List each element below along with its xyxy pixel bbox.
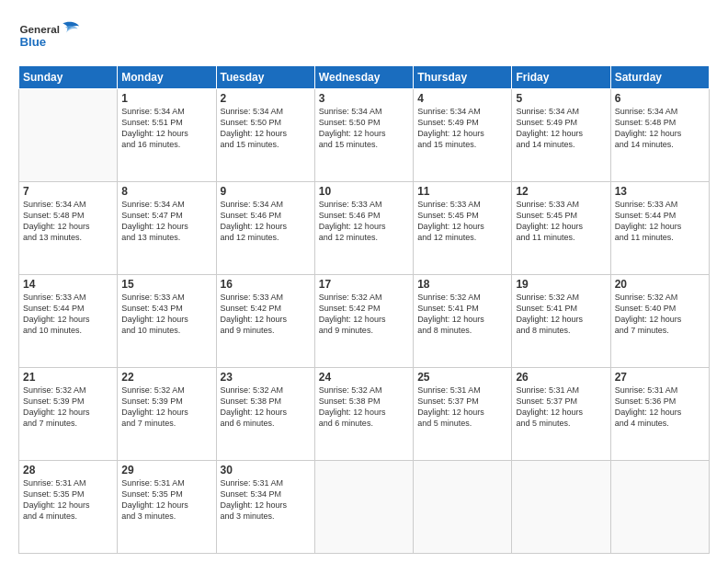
day-number: 16 bbox=[221, 278, 311, 291]
weekday-header-sunday: Sunday bbox=[19, 66, 118, 89]
day-info: Sunrise: 5:33 AM Sunset: 5:42 PM Dayligh… bbox=[221, 292, 311, 337]
calendar-cell: 17Sunrise: 5:32 AM Sunset: 5:42 PM Dayli… bbox=[314, 275, 413, 368]
day-number: 7 bbox=[23, 185, 113, 198]
day-info: Sunrise: 5:32 AM Sunset: 5:41 PM Dayligh… bbox=[417, 292, 507, 337]
day-number: 30 bbox=[221, 464, 311, 477]
calendar-cell: 18Sunrise: 5:32 AM Sunset: 5:41 PM Dayli… bbox=[414, 275, 512, 368]
day-number: 19 bbox=[516, 278, 606, 291]
page: General Blue SundayMondayTuesdayWednesda… bbox=[0, 0, 728, 563]
weekday-header-row: SundayMondayTuesdayWednesdayThursdayFrid… bbox=[19, 66, 710, 89]
calendar-cell bbox=[512, 461, 610, 554]
calendar-week-2: 7Sunrise: 5:34 AM Sunset: 5:48 PM Daylig… bbox=[19, 182, 710, 275]
day-number: 22 bbox=[121, 371, 211, 384]
calendar-cell: 22Sunrise: 5:32 AM Sunset: 5:39 PM Dayli… bbox=[118, 368, 216, 461]
calendar-cell: 14Sunrise: 5:33 AM Sunset: 5:44 PM Dayli… bbox=[19, 275, 118, 368]
day-info: Sunrise: 5:34 AM Sunset: 5:48 PM Dayligh… bbox=[23, 199, 113, 244]
calendar-cell bbox=[19, 89, 118, 182]
calendar-cell: 16Sunrise: 5:33 AM Sunset: 5:42 PM Dayli… bbox=[216, 275, 314, 368]
day-info: Sunrise: 5:33 AM Sunset: 5:46 PM Dayligh… bbox=[319, 199, 409, 244]
calendar-cell: 7Sunrise: 5:34 AM Sunset: 5:48 PM Daylig… bbox=[19, 182, 118, 275]
day-number: 12 bbox=[516, 185, 606, 198]
day-number: 17 bbox=[319, 278, 409, 291]
day-number: 6 bbox=[615, 92, 705, 105]
calendar-cell: 9Sunrise: 5:34 AM Sunset: 5:46 PM Daylig… bbox=[216, 182, 314, 275]
calendar-cell: 4Sunrise: 5:34 AM Sunset: 5:49 PM Daylig… bbox=[414, 89, 512, 182]
logo-svg: General Blue bbox=[18, 17, 83, 58]
day-number: 25 bbox=[417, 371, 507, 384]
calendar-cell: 21Sunrise: 5:32 AM Sunset: 5:39 PM Dayli… bbox=[19, 368, 118, 461]
calendar-cell: 8Sunrise: 5:34 AM Sunset: 5:47 PM Daylig… bbox=[118, 182, 216, 275]
day-number: 20 bbox=[615, 278, 705, 291]
day-info: Sunrise: 5:34 AM Sunset: 5:46 PM Dayligh… bbox=[221, 199, 311, 244]
day-info: Sunrise: 5:32 AM Sunset: 5:41 PM Dayligh… bbox=[516, 292, 606, 337]
calendar-cell: 1Sunrise: 5:34 AM Sunset: 5:51 PM Daylig… bbox=[118, 89, 216, 182]
svg-text:Blue: Blue bbox=[20, 35, 47, 49]
calendar-cell: 30Sunrise: 5:31 AM Sunset: 5:34 PM Dayli… bbox=[216, 461, 314, 554]
calendar-cell: 20Sunrise: 5:32 AM Sunset: 5:40 PM Dayli… bbox=[610, 275, 709, 368]
day-info: Sunrise: 5:32 AM Sunset: 5:39 PM Dayligh… bbox=[23, 385, 113, 430]
day-info: Sunrise: 5:33 AM Sunset: 5:45 PM Dayligh… bbox=[417, 199, 507, 244]
day-number: 2 bbox=[221, 92, 311, 105]
calendar-cell: 26Sunrise: 5:31 AM Sunset: 5:37 PM Dayli… bbox=[512, 368, 610, 461]
calendar-cell bbox=[414, 461, 512, 554]
day-number: 1 bbox=[121, 92, 211, 105]
day-number: 15 bbox=[121, 278, 211, 291]
day-info: Sunrise: 5:32 AM Sunset: 5:38 PM Dayligh… bbox=[319, 385, 409, 430]
day-info: Sunrise: 5:34 AM Sunset: 5:48 PM Dayligh… bbox=[615, 106, 705, 151]
day-number: 26 bbox=[516, 371, 606, 384]
calendar-cell: 23Sunrise: 5:32 AM Sunset: 5:38 PM Dayli… bbox=[216, 368, 314, 461]
calendar-cell: 3Sunrise: 5:34 AM Sunset: 5:50 PM Daylig… bbox=[314, 89, 413, 182]
day-info: Sunrise: 5:34 AM Sunset: 5:50 PM Dayligh… bbox=[319, 106, 409, 151]
day-info: Sunrise: 5:33 AM Sunset: 5:44 PM Dayligh… bbox=[615, 199, 705, 244]
day-info: Sunrise: 5:31 AM Sunset: 5:35 PM Dayligh… bbox=[23, 477, 113, 523]
day-info: Sunrise: 5:34 AM Sunset: 5:47 PM Dayligh… bbox=[121, 199, 211, 244]
weekday-header-wednesday: Wednesday bbox=[314, 66, 413, 89]
weekday-header-thursday: Thursday bbox=[414, 66, 512, 89]
day-info: Sunrise: 5:31 AM Sunset: 5:37 PM Dayligh… bbox=[417, 385, 507, 430]
day-info: Sunrise: 5:34 AM Sunset: 5:51 PM Dayligh… bbox=[121, 106, 211, 151]
day-info: Sunrise: 5:33 AM Sunset: 5:45 PM Dayligh… bbox=[516, 199, 606, 244]
day-info: Sunrise: 5:31 AM Sunset: 5:34 PM Dayligh… bbox=[221, 477, 311, 523]
calendar-cell: 29Sunrise: 5:31 AM Sunset: 5:35 PM Dayli… bbox=[118, 461, 216, 554]
day-info: Sunrise: 5:33 AM Sunset: 5:44 PM Dayligh… bbox=[23, 292, 113, 337]
day-number: 29 bbox=[121, 464, 211, 477]
calendar-cell: 27Sunrise: 5:31 AM Sunset: 5:36 PM Dayli… bbox=[610, 368, 709, 461]
day-number: 9 bbox=[221, 185, 311, 198]
day-number: 14 bbox=[23, 278, 113, 291]
calendar-cell: 25Sunrise: 5:31 AM Sunset: 5:37 PM Dayli… bbox=[414, 368, 512, 461]
day-number: 5 bbox=[516, 92, 606, 105]
calendar-cell: 15Sunrise: 5:33 AM Sunset: 5:43 PM Dayli… bbox=[118, 275, 216, 368]
calendar-cell: 11Sunrise: 5:33 AM Sunset: 5:45 PM Dayli… bbox=[414, 182, 512, 275]
calendar-week-3: 14Sunrise: 5:33 AM Sunset: 5:44 PM Dayli… bbox=[19, 275, 710, 368]
day-info: Sunrise: 5:32 AM Sunset: 5:42 PM Dayligh… bbox=[319, 292, 409, 337]
calendar-cell: 24Sunrise: 5:32 AM Sunset: 5:38 PM Dayli… bbox=[314, 368, 413, 461]
day-number: 18 bbox=[417, 278, 507, 291]
calendar-week-1: 1Sunrise: 5:34 AM Sunset: 5:51 PM Daylig… bbox=[19, 89, 710, 182]
weekday-header-tuesday: Tuesday bbox=[216, 66, 314, 89]
calendar-cell: 19Sunrise: 5:32 AM Sunset: 5:41 PM Dayli… bbox=[512, 275, 610, 368]
day-info: Sunrise: 5:31 AM Sunset: 5:36 PM Dayligh… bbox=[615, 385, 705, 430]
day-info: Sunrise: 5:31 AM Sunset: 5:35 PM Dayligh… bbox=[121, 477, 211, 523]
day-info: Sunrise: 5:34 AM Sunset: 5:49 PM Dayligh… bbox=[417, 106, 507, 151]
day-number: 27 bbox=[615, 371, 705, 384]
calendar-cell: 12Sunrise: 5:33 AM Sunset: 5:45 PM Dayli… bbox=[512, 182, 610, 275]
day-number: 8 bbox=[121, 185, 211, 198]
calendar-cell: 28Sunrise: 5:31 AM Sunset: 5:35 PM Dayli… bbox=[19, 461, 118, 554]
calendar-cell bbox=[314, 461, 413, 554]
weekday-header-monday: Monday bbox=[118, 66, 216, 89]
day-number: 24 bbox=[319, 371, 409, 384]
day-info: Sunrise: 5:34 AM Sunset: 5:49 PM Dayligh… bbox=[516, 106, 606, 151]
day-number: 10 bbox=[319, 185, 409, 198]
day-number: 3 bbox=[319, 92, 409, 105]
calendar-cell: 13Sunrise: 5:33 AM Sunset: 5:44 PM Dayli… bbox=[610, 182, 709, 275]
logo: General Blue bbox=[18, 17, 83, 58]
day-info: Sunrise: 5:32 AM Sunset: 5:39 PM Dayligh… bbox=[121, 385, 211, 430]
day-info: Sunrise: 5:31 AM Sunset: 5:37 PM Dayligh… bbox=[516, 385, 606, 430]
day-info: Sunrise: 5:32 AM Sunset: 5:40 PM Dayligh… bbox=[615, 292, 705, 337]
day-number: 13 bbox=[615, 185, 705, 198]
calendar-cell: 10Sunrise: 5:33 AM Sunset: 5:46 PM Dayli… bbox=[314, 182, 413, 275]
day-number: 28 bbox=[23, 464, 113, 477]
day-info: Sunrise: 5:33 AM Sunset: 5:43 PM Dayligh… bbox=[121, 292, 211, 337]
calendar-cell bbox=[610, 461, 709, 554]
calendar-cell: 6Sunrise: 5:34 AM Sunset: 5:48 PM Daylig… bbox=[610, 89, 709, 182]
